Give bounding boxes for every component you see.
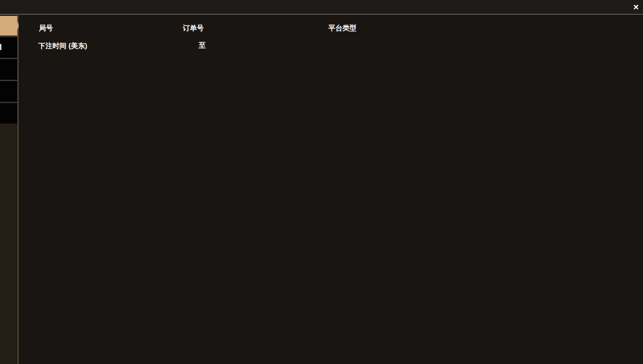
dialog-left-divider [18, 15, 18, 364]
sidebar-item-glyph-fragment [0, 44, 1, 50]
sidebar-item[interactable] [0, 58, 17, 80]
bet-time-label: 下注时间 (美东) [38, 42, 87, 51]
platform-type-label: 平台类型 [328, 24, 356, 33]
betting-history-screen: × 局号 订单号 平台类型 1.全部 下注时间 (美东) 2026/01/06 … [0, 0, 643, 364]
sidebar-item[interactable] [0, 80, 17, 102]
sidebar-item[interactable] [0, 102, 17, 124]
close-icon[interactable]: × [633, 1, 639, 13]
bet-record-dialog [19, 15, 643, 364]
round-no-label: 局号 [39, 24, 53, 33]
dialog-titlebar: × [0, 0, 643, 15]
sidebar-strip [0, 15, 19, 364]
order-no-label: 订单号 [183, 24, 204, 33]
sidebar-item[interactable] [0, 36, 17, 58]
date-to-separator: 至 [199, 41, 206, 50]
sidebar-selected-item[interactable] [0, 16, 20, 36]
